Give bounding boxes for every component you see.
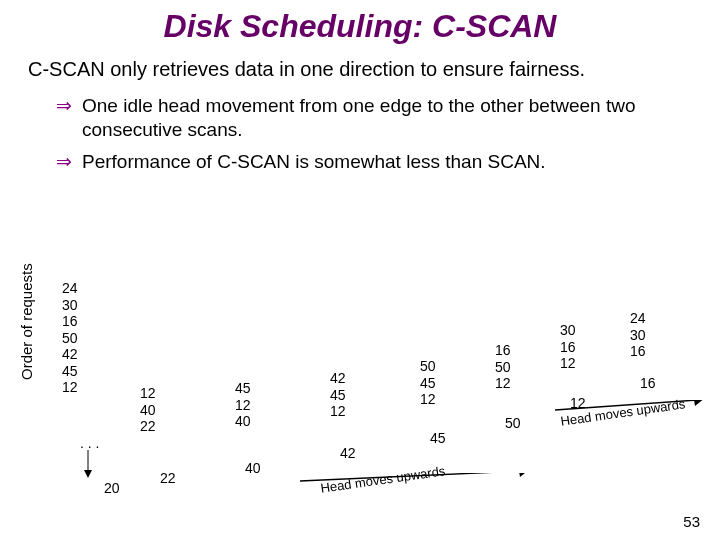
- queue-value: 40: [235, 413, 251, 430]
- queue-value: 30: [630, 327, 646, 344]
- double-arrow-icon: ⇒: [56, 94, 72, 118]
- queue-column: 165012: [495, 342, 511, 392]
- queue-value: 40: [140, 402, 156, 419]
- queue-value: 50: [62, 330, 78, 347]
- served-value: 20: [104, 480, 120, 497]
- bullet-text: One idle head movement from one edge to …: [82, 94, 720, 142]
- queue-value: 30: [560, 322, 576, 339]
- queue-value: 45: [235, 380, 251, 397]
- head-label-1: Head moves upwards: [320, 463, 447, 495]
- queue-value: 12: [140, 385, 156, 402]
- page-number: 53: [683, 513, 700, 530]
- queue-value: 12: [420, 391, 436, 408]
- svg-marker-5: [693, 400, 705, 406]
- queue-value: 12: [560, 355, 576, 372]
- double-arrow-icon: ⇒: [56, 150, 72, 174]
- queue-value: 12: [330, 403, 346, 420]
- queue-value: 12: [62, 379, 78, 396]
- queue-column: 301612: [560, 322, 576, 372]
- svg-marker-3: [518, 473, 530, 477]
- queue-column: 504512: [420, 358, 436, 408]
- queue-column: 24301650424512: [62, 280, 78, 396]
- queue-value: 24: [630, 310, 646, 327]
- queue-column: 243016: [630, 310, 646, 360]
- bullet-text: Performance of C-SCAN is somewhat less t…: [82, 150, 546, 174]
- queue-value: 45: [420, 375, 436, 392]
- served-value: . . .: [80, 435, 99, 452]
- bullet-item: ⇒ One idle head movement from one edge t…: [56, 94, 720, 142]
- bullet-list: ⇒ One idle head movement from one edge t…: [0, 90, 720, 173]
- bullet-item: ⇒ Performance of C-SCAN is somewhat less…: [56, 150, 720, 174]
- queue-value: 16: [560, 339, 576, 356]
- queue-column: 424512: [330, 370, 346, 420]
- queue-value: 50: [495, 359, 511, 376]
- queue-value: 50: [420, 358, 436, 375]
- page-title: Disk Scheduling: C-SCAN: [0, 0, 720, 45]
- queue-column: 451240: [235, 380, 251, 430]
- served-value: 42: [340, 445, 356, 462]
- queue-value: 45: [62, 363, 78, 380]
- queue-value: 42: [330, 370, 346, 387]
- queue-value: 12: [495, 375, 511, 392]
- queue-value: 16: [62, 313, 78, 330]
- served-value: 50: [505, 415, 521, 432]
- queue-value: 16: [630, 343, 646, 360]
- served-value: 40: [245, 460, 261, 477]
- queue-value: 30: [62, 297, 78, 314]
- queue-value: 16: [495, 342, 511, 359]
- served-value: 16: [640, 375, 656, 392]
- queue-column: 124022: [140, 385, 156, 435]
- queue-value: 45: [330, 387, 346, 404]
- intro-text: C-SCAN only retrieves data in one direct…: [0, 45, 720, 90]
- queue-value: 22: [140, 418, 156, 435]
- down-arrow-icon: [82, 450, 94, 478]
- served-value: 22: [160, 470, 176, 487]
- svg-marker-1: [84, 470, 92, 478]
- queue-value: 12: [235, 397, 251, 414]
- queue-value: 42: [62, 346, 78, 363]
- served-value: 45: [430, 430, 446, 447]
- diagram-area: Order of requests 2430165042451212402245…: [0, 280, 720, 530]
- queue-value: 24: [62, 280, 78, 297]
- y-axis-label: Order of requests: [18, 263, 35, 380]
